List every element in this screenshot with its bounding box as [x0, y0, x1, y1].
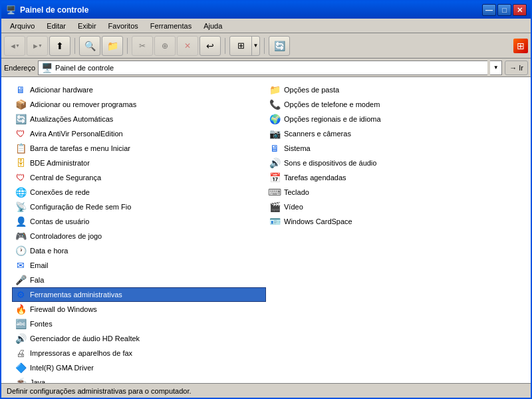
- list-item-central-seguranca[interactable]: 🛡Central de Segurança: [12, 170, 266, 185]
- back-button[interactable]: ◄ ▼: [4, 36, 25, 56]
- item-label-ferramentas-admin: Ferramentas administrativas: [30, 291, 122, 299]
- list-item-ferramentas-admin[interactable]: ⚙Ferramentas administrativas: [12, 287, 266, 302]
- item-label-controladores-jogo: Controladores de jogo: [30, 232, 102, 240]
- list-item-bde-admin[interactable]: 🗄BDE Administrator: [12, 156, 266, 170]
- list-item-fala[interactable]: 🎤Fala: [12, 273, 266, 287]
- item-icon-java: ☕: [15, 377, 26, 383]
- sep3: [225, 38, 225, 54]
- list-item-firewall-windows[interactable]: 🔥Firewall do Windows: [12, 302, 266, 317]
- list-item-impressoras[interactable]: 🖨Impressoras e aparelhos de fax: [12, 346, 266, 360]
- item-label-avira: Avira AntiVir PersonalEdition: [30, 130, 123, 138]
- item-label-bde-admin: BDE Administrator: [30, 159, 90, 167]
- menubar: Arquivo Editar Exibir Favoritos Ferramen…: [1, 19, 531, 33]
- item-icon-ferramentas-admin: ⚙: [15, 289, 26, 300]
- up-button[interactable]: ⬆: [49, 36, 70, 56]
- item-label-tarefas-agendadas: Tarefas agendadas: [284, 174, 346, 182]
- item-label-opcoes-regionais: Opções regionais e de idioma: [284, 115, 381, 123]
- list-item-conexoes-rede[interactable]: 🌐Conexões de rede: [12, 185, 266, 200]
- views-dropdown[interactable]: ⊞ ▼: [229, 36, 260, 56]
- list-item-tarefas-agendadas[interactable]: 📅Tarefas agendadas: [266, 170, 520, 185]
- item-label-java: Java: [30, 378, 45, 383]
- item-label-teclado: Teclado: [284, 188, 309, 196]
- item-label-windows-cardspace: Windows CardSpace: [284, 217, 352, 225]
- undo-button[interactable]: ↩: [200, 36, 221, 56]
- go-label: Ir: [519, 64, 523, 72]
- list-item-barra-tarefas[interactable]: 📋Barra de tarefas e menu Iniciar: [12, 141, 266, 156]
- go-button[interactable]: → Ir: [505, 61, 528, 75]
- item-label-firewall-windows: Firewall do Windows: [30, 305, 97, 313]
- item-icon-impressoras: 🖨: [15, 348, 26, 358]
- item-icon-adicionar-hardware: 🖥: [15, 84, 26, 95]
- menu-editar[interactable]: Editar: [41, 20, 72, 32]
- item-label-config-rede-sem-fio: Configuração de Rede sem Fio: [30, 203, 131, 211]
- item-icon-barra-tarefas: 📋: [15, 143, 26, 154]
- list-item-video[interactable]: 🎬Vídeo: [266, 200, 520, 214]
- item-label-intel-gma: Intel(R) GMA Driver: [30, 364, 94, 372]
- list-item-controladores-jogo[interactable]: 🎮Controladores de jogo: [12, 229, 266, 243]
- forward-button[interactable]: ► ▼: [27, 36, 48, 56]
- item-icon-gerenciador-audio: 🔊: [15, 333, 26, 344]
- item-icon-firewall-windows: 🔥: [15, 304, 26, 315]
- minimize-button[interactable]: ―: [482, 4, 496, 16]
- list-item-java[interactable]: ☕Java: [12, 375, 266, 383]
- list-item-intel-gma[interactable]: 🔷Intel(R) GMA Driver: [12, 360, 266, 375]
- list-item-sons-dispositivos[interactable]: 🔊Sons e dispositivos de áudio: [266, 156, 520, 170]
- list-item-sistema[interactable]: 🖥Sistema: [266, 141, 520, 156]
- list-item-fontes[interactable]: 🔤Fontes: [12, 317, 266, 331]
- list-item-opcoes-regionais[interactable]: 🌍Opções regionais e de idioma: [266, 112, 520, 126]
- list-item-opcoes-pasta[interactable]: 📁Opções de pasta: [266, 82, 520, 97]
- delete-button[interactable]: ✕: [177, 36, 198, 56]
- address-value: Painel de controle: [55, 64, 485, 72]
- search-button[interactable]: 🔍: [79, 36, 100, 56]
- content-area: 🖥Adicionar hardware📦Adicionar ou remover…: [1, 77, 531, 383]
- copy-button[interactable]: ⊕: [154, 36, 176, 56]
- list-item-avira[interactable]: 🛡Avira AntiVir PersonalEdition: [12, 126, 266, 141]
- item-label-opcoes-telefone: Opções de telefone e modem: [284, 100, 380, 108]
- item-label-video: Vídeo: [284, 203, 303, 211]
- item-label-adicionar-remover: Adicionar ou remover programas: [30, 100, 136, 108]
- window-icon: 🖥️: [5, 5, 16, 15]
- list-item-email[interactable]: ✉Email: [12, 258, 266, 273]
- move-button[interactable]: ✂: [132, 36, 153, 56]
- item-icon-central-seguranca: 🛡: [15, 172, 26, 183]
- item-label-opcoes-pasta: Opções de pasta: [284, 86, 339, 94]
- close-button[interactable]: ✕: [513, 4, 527, 16]
- item-icon-contas-usuario: 👤: [15, 216, 26, 227]
- item-icon-video: 🎬: [269, 201, 280, 212]
- list-item-scanners-cameras[interactable]: 📷Scanners e câmeras: [266, 126, 520, 141]
- item-label-fala: Fala: [30, 276, 44, 284]
- list-item-adicionar-hardware[interactable]: 🖥Adicionar hardware: [12, 82, 266, 97]
- list-item-windows-cardspace[interactable]: 🪪Windows CardSpace: [266, 214, 520, 229]
- item-label-conexoes-rede: Conexões de rede: [30, 188, 90, 196]
- views-arrow[interactable]: ▼: [251, 36, 259, 56]
- windows-logo: ⊞: [513, 39, 528, 53]
- maximize-button[interactable]: □: [497, 4, 511, 16]
- folders-button[interactable]: 📁: [102, 36, 123, 56]
- address-dropdown[interactable]: ▼: [490, 61, 502, 75]
- list-item-config-rede-sem-fio[interactable]: 📡Configuração de Rede sem Fio: [12, 200, 266, 214]
- menu-exibir[interactable]: Exibir: [72, 20, 102, 32]
- item-label-barra-tarefas: Barra de tarefas e menu Iniciar: [30, 144, 130, 152]
- menu-ajuda[interactable]: Ajuda: [198, 20, 228, 32]
- menu-arquivo[interactable]: Arquivo: [4, 20, 41, 32]
- toolbar: ◄ ▼ ► ▼ ⬆ 🔍 📁 ✂ ⊕ ✕ ↩: [1, 33, 531, 59]
- sep4: [264, 38, 265, 54]
- item-label-central-seguranca: Central de Segurança: [30, 174, 101, 182]
- refresh-button[interactable]: 🔄: [269, 36, 290, 56]
- address-input-wrap: 🖥️ Painel de controle: [38, 61, 487, 75]
- item-label-scanners-cameras: Scanners e câmeras: [284, 130, 351, 138]
- item-label-impressoras: Impressoras e aparelhos de fax: [30, 349, 132, 357]
- list-item-contas-usuario[interactable]: 👤Contas de usuário: [12, 214, 266, 229]
- menu-favoritos[interactable]: Favoritos: [102, 20, 144, 32]
- list-item-atualizacoes[interactable]: 🔄Atualizações Automáticas: [12, 112, 266, 126]
- main-window: 🖥️ Painel de controle ― □ ✕ Arquivo Edit…: [0, 0, 532, 399]
- list-item-data-hora[interactable]: 🕐Data e hora: [12, 243, 266, 258]
- item-icon-avira: 🛡: [15, 128, 26, 139]
- menu-ferramentas[interactable]: Ferramentas: [144, 20, 198, 32]
- item-label-fontes: Fontes: [30, 320, 53, 328]
- list-item-opcoes-telefone[interactable]: 📞Opções de telefone e modem: [266, 97, 520, 112]
- list-item-gerenciador-audio[interactable]: 🔊Gerenciador de áudio HD Realtek: [12, 331, 266, 346]
- list-item-adicionar-remover[interactable]: 📦Adicionar ou remover programas: [12, 97, 266, 112]
- addressbar: Endereço 🖥️ Painel de controle ▼ → Ir: [1, 59, 531, 77]
- list-item-teclado[interactable]: ⌨Teclado: [266, 185, 520, 200]
